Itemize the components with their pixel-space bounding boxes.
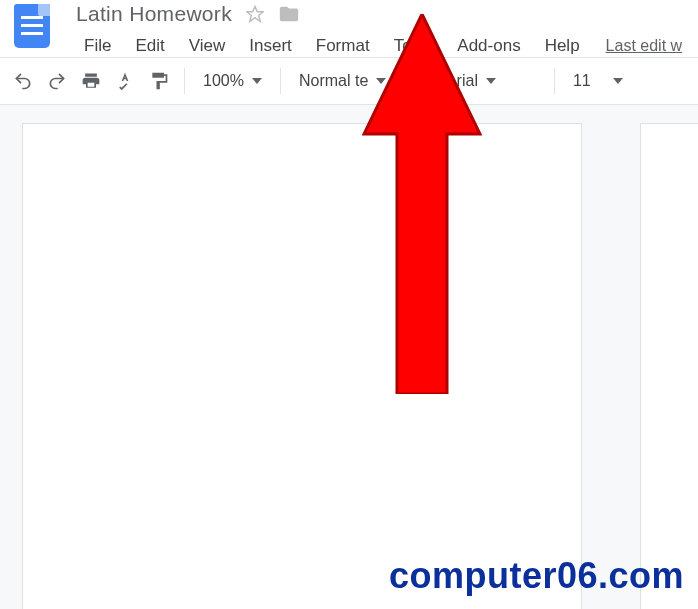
watermark-text: computer06.com (389, 555, 684, 597)
menu-view[interactable]: View (177, 32, 238, 60)
redo-button[interactable] (40, 64, 74, 98)
page[interactable] (22, 123, 582, 609)
zoom-value: 100% (203, 72, 244, 90)
star-icon[interactable] (246, 5, 264, 23)
font-size-value: 11 (573, 72, 591, 90)
separator (554, 68, 555, 94)
font-dropdown[interactable]: Arial (436, 64, 546, 98)
font-value: Arial (446, 72, 478, 90)
last-edit-link[interactable]: Last edit w (606, 37, 682, 55)
chevron-down-icon (613, 78, 623, 84)
page[interactable] (640, 123, 698, 609)
menu-edit[interactable]: Edit (123, 32, 176, 60)
separator (184, 68, 185, 94)
menu-addons[interactable]: Add-ons (445, 32, 532, 60)
chevron-down-icon (486, 78, 496, 84)
menu-help[interactable]: Help (533, 32, 592, 60)
chevron-down-icon (376, 78, 386, 84)
separator (427, 68, 428, 94)
paragraph-style-value: Normal te (299, 72, 368, 90)
font-size-dropdown[interactable]: 11 (563, 64, 633, 98)
separator (280, 68, 281, 94)
undo-button[interactable] (6, 64, 40, 98)
zoom-dropdown[interactable]: 100% (193, 64, 272, 98)
document-canvas[interactable] (0, 105, 698, 609)
menu-insert[interactable]: Insert (237, 32, 304, 60)
menu-format[interactable]: Format (304, 32, 382, 60)
toolbar: 100% Normal te Arial 11 (0, 58, 698, 104)
chevron-down-icon (252, 78, 262, 84)
document-title[interactable]: Latin Homework (76, 2, 232, 26)
spellcheck-button[interactable] (108, 64, 142, 98)
menu-tools[interactable]: Tools (382, 32, 446, 60)
paragraph-style-dropdown[interactable]: Normal te (289, 64, 419, 98)
print-button[interactable] (74, 64, 108, 98)
move-folder-icon[interactable] (278, 3, 300, 25)
svg-marker-0 (247, 7, 264, 22)
docs-logo[interactable] (8, 0, 56, 48)
menu-file[interactable]: File (72, 32, 123, 60)
paint-format-button[interactable] (142, 64, 176, 98)
menu-bar: File Edit View Insert Format Tools Add-o… (56, 26, 698, 60)
